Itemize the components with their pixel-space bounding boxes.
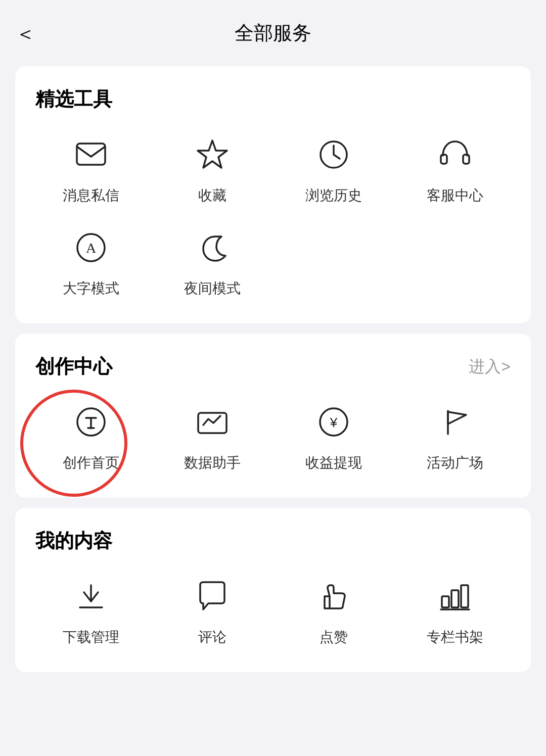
my-content-header: 我的内容 (35, 528, 511, 554)
item-download[interactable]: 下载管理 (35, 574, 147, 647)
my-content-card: 我的内容 下载管理 评论 (15, 508, 531, 672)
my-content-title: 我的内容 (35, 528, 112, 554)
svg-rect-18 (442, 596, 449, 607)
back-button[interactable]: ＜ (15, 23, 35, 43)
yen-icon: ¥ (311, 400, 356, 444)
messages-label: 消息私信 (63, 186, 119, 205)
favorites-label: 收藏 (198, 186, 226, 205)
activity-label: 活动广场 (427, 453, 483, 472)
creation-center-card: 创作中心 进入> 创作首页 (15, 334, 531, 498)
svg-rect-3 (441, 155, 447, 164)
page-title: 全部服务 (235, 20, 311, 46)
revenue-label: 收益提现 (305, 453, 362, 472)
selected-tools-grid: 消息私信 收藏 浏览历史 (35, 132, 511, 298)
item-history[interactable]: 浏览历史 (278, 132, 389, 205)
item-favorites[interactable]: 收藏 (157, 132, 268, 205)
selected-tools-title: 精选工具 (35, 86, 112, 112)
download-label: 下载管理 (63, 628, 119, 647)
svg-rect-19 (451, 590, 459, 607)
item-large-font[interactable]: A 大字模式 (35, 225, 147, 298)
headphone-icon (433, 132, 477, 177)
svg-text:¥: ¥ (330, 415, 338, 430)
svg-marker-1 (198, 140, 227, 168)
selected-tools-header: 精选工具 (35, 86, 511, 112)
my-content-grid: 下载管理 评论 点赞 (35, 574, 511, 647)
data-assistant-label: 数据助手 (184, 453, 241, 472)
comments-label: 评论 (198, 628, 226, 647)
creation-center-title: 创作中心 (35, 354, 112, 380)
creation-center-header: 创作中心 进入> (35, 354, 511, 380)
item-data-assistant[interactable]: 数据助手 (157, 400, 268, 472)
bookshelf-label: 专栏书架 (427, 628, 483, 647)
item-activity[interactable]: 活动广场 (399, 400, 511, 472)
chart-icon (190, 400, 235, 444)
creation-home-label: 创作首页 (63, 453, 119, 472)
item-night-mode[interactable]: 夜间模式 (157, 225, 268, 298)
history-label: 浏览历史 (305, 186, 362, 205)
message-icon (69, 132, 113, 177)
svg-text:A: A (86, 240, 97, 256)
comment-icon (190, 574, 235, 619)
night-mode-label: 夜间模式 (184, 279, 241, 298)
item-revenue[interactable]: ¥ 收益提现 (278, 400, 389, 472)
lightbulb-icon (69, 400, 113, 444)
item-creation-home[interactable]: 创作首页 (35, 400, 147, 472)
download-icon (69, 574, 113, 619)
header: ＜ 全部服务 (0, 0, 546, 56)
clock-icon (311, 132, 356, 177)
item-bookshelf[interactable]: 专栏书架 (399, 574, 511, 647)
item-comments[interactable]: 评论 (157, 574, 268, 647)
thumbup-icon (311, 574, 356, 619)
item-messages[interactable]: 消息私信 (35, 132, 147, 205)
likes-label: 点赞 (320, 628, 348, 647)
item-customer-service[interactable]: 客服中心 (399, 132, 511, 205)
flag-icon (433, 400, 477, 444)
large-font-label: 大字模式 (63, 279, 119, 298)
svg-rect-0 (77, 144, 105, 165)
creation-center-link[interactable]: 进入> (469, 356, 511, 378)
svg-rect-20 (461, 585, 468, 607)
selected-tools-card: 精选工具 消息私信 收藏 (15, 66, 531, 323)
item-likes[interactable]: 点赞 (278, 574, 389, 647)
bookshelf-icon (433, 574, 477, 619)
star-icon (190, 132, 235, 177)
customer-service-label: 客服中心 (427, 186, 483, 205)
creation-center-grid: 创作首页 数据助手 ¥ 收益提现 (35, 400, 511, 472)
svg-rect-4 (463, 155, 469, 164)
moon-icon (190, 225, 235, 270)
font-a-icon: A (69, 225, 113, 270)
